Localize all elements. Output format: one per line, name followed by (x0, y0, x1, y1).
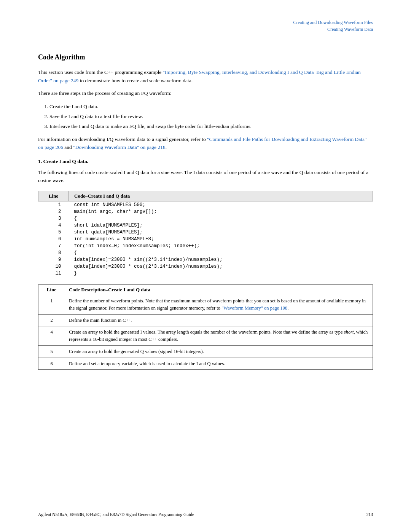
desc-col2-header: Code Description–Create I and Q data (65, 285, 373, 295)
code-line-num: 11 (38, 270, 69, 277)
code-content: } (69, 270, 373, 277)
code-line-num: 9 (38, 256, 69, 263)
section-title: Code Algorithm (38, 53, 373, 61)
code-line-num: 6 (38, 236, 69, 243)
desc-content: Create an array to hold the generated I … (65, 326, 373, 346)
code-content: main(int argc, char* argv[]); (69, 208, 373, 215)
desc-text-before: Define the number of waveform points. No… (69, 298, 366, 311)
desc-line-num: 1 (38, 295, 65, 315)
code-table-row: 1const int NUMSAMPLES=500; (38, 201, 373, 209)
code-line-num: 8 (38, 249, 69, 256)
code-col2-header: Code–Create I and Q data (69, 191, 373, 201)
breadcrumb-line2: Creating Waveform Data (327, 27, 373, 32)
desc-content: Define the number of waveform points. No… (65, 295, 373, 315)
code-line-num: 2 (38, 208, 69, 215)
breadcrumb-line1[interactable]: Creating and Downloading Waveform Files (293, 20, 373, 25)
code-content: for(int index=0; index<numsamples; index… (69, 243, 373, 249)
desc-link[interactable]: "Waveform Memory" on page 198 (221, 305, 287, 311)
breadcrumb: Creating and Downloading Waveform Files … (293, 19, 373, 33)
desc-table: Line Code Description–Create I and Q dat… (38, 284, 373, 370)
step-2: Save the I and Q data to a text file for… (49, 112, 373, 121)
code-line-num: 5 (38, 229, 69, 236)
ref-after: . (166, 144, 167, 150)
desc-table-row: 5Create an array to hold the generated Q… (38, 345, 373, 358)
desc-content: Create an array to hold the generated Q … (65, 345, 373, 358)
code-content: int numsamples = NUMSAMPLES; (69, 236, 373, 243)
desc-text-before: Create an array to hold the generated I … (69, 329, 344, 335)
code-line-num: 1 (38, 201, 69, 209)
desc-line-num: 2 (38, 314, 65, 326)
desc-line-num: 4 (38, 326, 65, 346)
code-table-row: 3{ (38, 215, 373, 222)
desc-table-row: 2Define the main function in C++. (38, 314, 373, 326)
desc-col1-header: Line (38, 285, 65, 295)
footer-right: 213 (366, 512, 373, 517)
code-col1-header: Line (38, 191, 69, 201)
code-line-num: 4 (38, 222, 69, 229)
code-table: Line Code–Create I and Q data 1const int… (38, 191, 373, 277)
page: Creating and Downloading Waveform Files … (0, 0, 411, 532)
code-table-row: 2main(int argc, char* argv[]); (38, 208, 373, 215)
code-content: const int NUMSAMPLES=500; (69, 201, 373, 209)
code-table-row: 11 } (38, 270, 373, 277)
footer: Agilent N518xA, E8663B, E44x8C, and E82x… (0, 509, 411, 517)
code-table-row: 9 idata[index]=23000 * sin((2*3.14*index… (38, 256, 373, 263)
code-content: { (69, 249, 373, 256)
desc-table-row: 1Define the number of waveform points. N… (38, 295, 373, 315)
code-line-num: 3 (38, 215, 69, 222)
code-content: { (69, 215, 373, 222)
code-line-num: 7 (38, 243, 69, 249)
desc-content: Define the main function in C++. (65, 314, 373, 326)
code-content: short qdata[NUMSAMPLES]; (69, 229, 373, 236)
intro-paragraph-2: There are three steps in the process of … (38, 89, 373, 97)
desc-line-num: 5 (38, 345, 65, 358)
code-content: idata[index]=23000 * sin((2*3.14*index)/… (69, 256, 373, 263)
code-table-row: 5 short qdata[NUMSAMPLES]; (38, 229, 373, 236)
ref-mid: and (63, 144, 73, 150)
intro1-after: to demonstrate how to create and scale w… (78, 78, 193, 83)
code-table-row: 8 { (38, 249, 373, 256)
desc-content: Define and set a temporary variable, whi… (65, 358, 373, 370)
intro1-before: This section uses code from the C++ prog… (38, 69, 163, 75)
subsection1-title: 1. Create I and Q data. (38, 158, 373, 165)
code-content: short idata[NUMSAMPLES]; (69, 222, 373, 229)
desc-text-after: . (287, 305, 288, 311)
desc-table-row: 6Define and set a temporary variable, wh… (38, 358, 373, 370)
step-1: Create the I and Q data. (49, 102, 373, 111)
code-table-wrapper: Line Code–Create I and Q data 1const int… (38, 191, 373, 277)
desc-line-num: 6 (38, 358, 65, 370)
step-3-text: Interleave the I and Q data to make an I… (49, 123, 252, 129)
intro-paragraph-1: This section uses code from the C++ prog… (38, 68, 373, 85)
code-table-row: 6 int numsamples = NUMSAMPLES; (38, 236, 373, 243)
desc-italic: short (344, 329, 354, 335)
step-3: Interleave the I and Q data to make an I… (49, 122, 373, 131)
ref-before: For information on downloading I/Q wavef… (38, 136, 207, 142)
steps-list: Create the I and Q data. Save the I and … (49, 102, 373, 131)
code-table-row: 4 short idata[NUMSAMPLES]; (38, 222, 373, 229)
code-table-row: 7 for(int index=0; index<numsamples; ind… (38, 243, 373, 249)
code-table-row: 10 qdata[index]=23000 * cos((2*3.14*inde… (38, 263, 373, 270)
ref-link2[interactable]: "Downloading Waveform Data" on page 218 (73, 144, 166, 150)
subsection1-body: The following lines of code create scale… (38, 168, 373, 185)
code-content: qdata[index]=23000 * cos((2*3.14*index)/… (69, 263, 373, 270)
desc-table-row: 4Create an array to hold the generated I… (38, 326, 373, 346)
footer-left: Agilent N518xA, E8663B, E44x8C, and E82x… (38, 512, 194, 517)
code-line-num: 10 (38, 263, 69, 270)
ref-paragraph: For information on downloading I/Q wavef… (38, 135, 373, 152)
